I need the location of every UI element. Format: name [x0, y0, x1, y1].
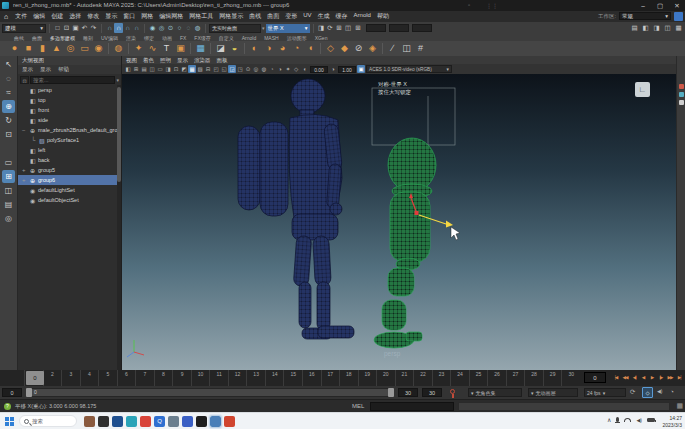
anim-layer-dropdown[interactable]: ▾无动画层: [528, 388, 578, 397]
volume-icon[interactable]: ◀): [636, 417, 642, 423]
separate-icon[interactable]: ◆: [338, 42, 351, 55]
frame-tick[interactable]: 7: [135, 370, 154, 386]
menu-item[interactable]: 选择: [66, 12, 84, 21]
combine-icon[interactable]: ◇: [324, 42, 337, 55]
history-icon[interactable]: ◫: [344, 23, 353, 33]
sidebar-toggle-icon[interactable]: ▤: [630, 23, 639, 33]
frame-tick[interactable]: 25: [469, 370, 488, 386]
sidebar-toggle-icon[interactable]: ▦: [674, 23, 683, 33]
outliner-item-side[interactable]: ◧ side: [18, 115, 117, 125]
playback-button[interactable]: ◀◀: [621, 372, 629, 383]
outliner-item-group5[interactable]: + ⊕ group5: [18, 165, 117, 175]
frame-tick[interactable]: 21: [395, 370, 414, 386]
shelf-icon[interactable]: [128, 43, 129, 54]
taskbar-app-7[interactable]: [182, 416, 193, 427]
open-scene-icon[interactable]: ⊡: [62, 23, 71, 33]
sidebar-toggle-icon[interactable]: ◫: [663, 23, 672, 33]
playback-end-field[interactable]: 30: [398, 388, 418, 397]
outliner-item-group6[interactable]: + ⊕ group6: [18, 175, 117, 185]
menu-item[interactable]: 编辑网格: [156, 12, 186, 21]
calculator-icon[interactable]: ▦: [194, 42, 207, 55]
titlebar-dots-icon[interactable]: ⋮⋮: [486, 2, 498, 9]
animation-end-field[interactable]: 30: [422, 388, 442, 397]
frame-tick[interactable]: 8: [154, 370, 173, 386]
frame-tick[interactable]: 2: [43, 370, 62, 386]
frame-tick[interactable]: 6: [117, 370, 136, 386]
outliner-menu-item[interactable]: 帮助: [58, 66, 69, 73]
selection-mask-icon[interactable]: ◍: [193, 23, 202, 33]
boolean-icon[interactable]: ⊘: [352, 42, 365, 55]
viewport-menu-item[interactable]: 视图: [126, 57, 137, 64]
menu-item[interactable]: 修改: [84, 12, 102, 21]
human-head[interactable]: [291, 79, 325, 113]
save-scene-icon[interactable]: ▣: [71, 23, 80, 33]
menu-item[interactable]: 网格工具: [186, 12, 216, 21]
close-button[interactable]: ✕: [669, 0, 685, 11]
exposure-field[interactable]: 0.00: [310, 66, 328, 73]
menu-item[interactable]: 创建: [48, 12, 66, 21]
filter-icon[interactable]: ⊡: [20, 76, 29, 84]
taskbar-app-maya[interactable]: [210, 416, 221, 427]
layout-four-pane[interactable]: ⊞: [2, 170, 15, 183]
menu-item[interactable]: 生成: [315, 12, 333, 21]
menu-item[interactable]: 网格: [138, 12, 156, 21]
frame-tick[interactable]: 10: [191, 370, 210, 386]
redo-icon[interactable]: ↷: [89, 23, 98, 33]
symmetry-dropdown[interactable]: 世界 X▾: [266, 24, 310, 33]
menu-item[interactable]: 网格显示: [216, 12, 246, 21]
frame-tick[interactable]: 29: [543, 370, 562, 386]
maximize-button[interactable]: ▢: [652, 0, 668, 11]
insert-edgeloop-icon[interactable]: ◫: [400, 42, 413, 55]
taskbar-app-1[interactable]: [84, 416, 95, 427]
rotate-tool[interactable]: ↻: [2, 114, 15, 127]
wifi-icon[interactable]: [624, 418, 631, 422]
viewport-toolbar-icon[interactable]: ▧: [196, 65, 204, 73]
outliner-item-male-group[interactable]: − ⊕ male_zbrush2Brush_default_group: [18, 125, 117, 135]
outliner-item-left[interactable]: ◧ left: [18, 145, 117, 155]
frame-tick[interactable]: 26: [487, 370, 506, 386]
playback-button[interactable]: ◀: [639, 372, 647, 383]
move-tool[interactable]: ⊕: [2, 100, 15, 113]
fps-dropdown[interactable]: 24 fps▾: [584, 388, 626, 397]
viewport-menu-item[interactable]: 渲染器: [194, 57, 211, 64]
time-slider[interactable]: 1234567891011121314151617181920212223242…: [0, 370, 685, 386]
grab-brush-icon[interactable]: ◔: [290, 42, 303, 55]
viewport-toolbar-icon[interactable]: ◔: [268, 65, 276, 73]
viewport-toolbar-icon[interactable]: ◨: [164, 65, 172, 73]
viewport-toolbar-icon[interactable]: ◫: [148, 65, 156, 73]
outliner-search-input[interactable]: [30, 76, 115, 84]
workspace-settings-icon[interactable]: [674, 12, 683, 21]
select-tool[interactable]: ↖: [2, 58, 15, 71]
start-button[interactable]: [5, 417, 14, 426]
paint-select-tool[interactable]: ≈: [2, 86, 15, 99]
range-track[interactable]: 0: [26, 388, 394, 397]
taskbar-app-search[interactable]: Q: [154, 416, 165, 427]
history-icon[interactable]: ◨: [317, 23, 326, 33]
taskbar-app-2[interactable]: [98, 416, 109, 427]
outliner-menu-item[interactable]: 显示: [40, 66, 51, 73]
viewport-toolbar-icon[interactable]: ▦: [188, 65, 196, 73]
tray-clock[interactable]: 14:27 2023/3/3: [663, 415, 682, 428]
playback-button[interactable]: |◀: [612, 372, 620, 383]
menu-item[interactable]: 编辑: [30, 12, 48, 21]
outliner-scrollbar[interactable]: [117, 85, 121, 370]
poly-sphere-icon[interactable]: ●: [8, 42, 21, 55]
snap-icon[interactable]: ∩: [132, 23, 141, 33]
frame-tick[interactable]: 24: [450, 370, 469, 386]
expand-icon[interactable]: └: [31, 137, 39, 143]
viewport-toolbar-icon[interactable]: ⊟: [204, 65, 212, 73]
layout-two-pane[interactable]: ◫: [2, 184, 15, 197]
menu-item[interactable]: 显示: [102, 12, 120, 21]
sidebar-toggle-icon[interactable]: ◧: [641, 23, 650, 33]
viewport-toolbar-icon[interactable]: ✦: [284, 65, 292, 73]
viewport-toolbar-icon[interactable]: ◩: [180, 65, 188, 73]
playback-button[interactable]: ◀|: [630, 372, 638, 383]
menu-item[interactable]: Arnold: [351, 12, 374, 21]
viewport-toolbar-icon[interactable]: ⊞: [132, 65, 140, 73]
range-end-handle[interactable]: [388, 388, 394, 397]
type-tool-icon[interactable]: ▣: [174, 42, 187, 55]
frame-tick[interactable]: 30: [561, 370, 580, 386]
viewport-toolbar-icon[interactable]: ◍: [260, 65, 268, 73]
menu-item[interactable]: 缓存: [333, 12, 351, 21]
viewport-menu-item[interactable]: 面板: [217, 57, 228, 64]
